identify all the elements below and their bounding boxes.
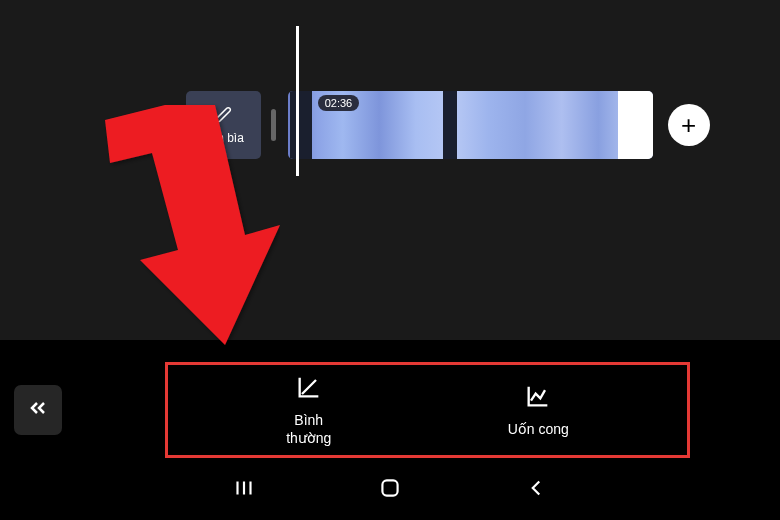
svg-marker-0: [132, 117, 140, 129]
bottom-toolbar: Bình thường Uốn cong: [0, 360, 780, 460]
plus-icon: +: [681, 110, 696, 141]
svg-rect-5: [382, 480, 397, 495]
volume-control[interactable]: anh: [130, 113, 176, 137]
playhead-area: 02:36 +: [271, 91, 710, 159]
back-chevron-icon: [523, 475, 549, 505]
drag-handle[interactable]: [271, 109, 276, 141]
curve-speed-option[interactable]: Uốn cong: [508, 382, 569, 438]
recents-button[interactable]: [231, 475, 257, 505]
clip-end-marker: [618, 91, 653, 159]
edit-icon: [214, 106, 232, 127]
timeline-container: anh Ảnh bìa 02:36 +: [130, 85, 780, 165]
back-button[interactable]: [14, 385, 62, 435]
curve-option-label: Uốn cong: [508, 420, 569, 438]
normal-speed-option[interactable]: Bình thường: [286, 373, 331, 447]
cover-tile-label: Ảnh bìa: [203, 131, 244, 145]
svg-line-1: [302, 380, 316, 394]
playhead-line[interactable]: [296, 26, 299, 176]
clip-thumb-start: [290, 91, 312, 159]
curve-graph-icon: [524, 382, 552, 414]
recents-icon: [231, 475, 257, 505]
home-button[interactable]: [377, 475, 403, 505]
normal-option-label: Bình thường: [286, 411, 331, 447]
highlight-annotation-box: Bình thường Uốn cong: [165, 362, 690, 458]
system-navigation-bar: [0, 470, 780, 510]
speaker-icon: [130, 113, 150, 137]
editor-main-area: anh Ảnh bìa 02:36 +: [0, 0, 780, 340]
video-clip-strip[interactable]: 02:36: [288, 91, 653, 159]
system-back-button[interactable]: [523, 475, 549, 505]
volume-label: anh: [154, 118, 176, 133]
clip-timestamp: 02:36: [318, 95, 360, 111]
clip-thumb-mid: [443, 91, 457, 159]
add-clip-button[interactable]: +: [668, 104, 710, 146]
linear-graph-icon: [295, 373, 323, 405]
home-icon: [377, 475, 403, 505]
chevron-double-left-icon: [26, 396, 50, 424]
cover-image-tile[interactable]: Ảnh bìa: [186, 91, 261, 159]
